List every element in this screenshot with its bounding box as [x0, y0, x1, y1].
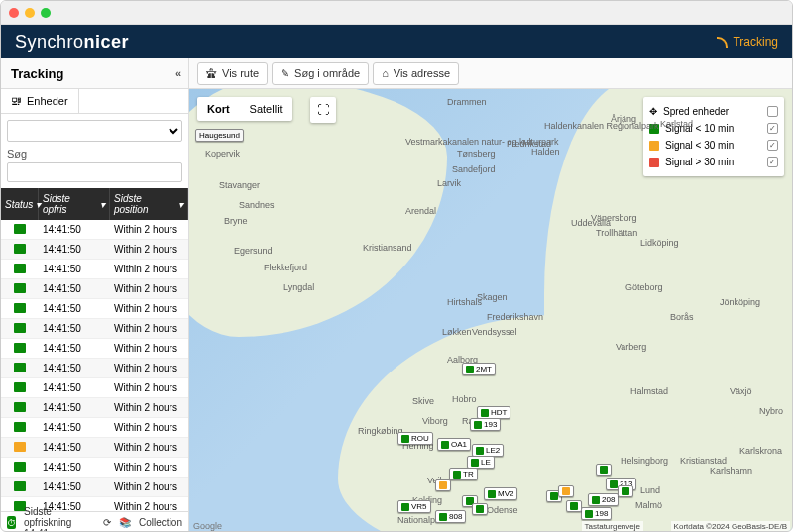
gt30-checkbox[interactable]: ✓ [767, 157, 778, 167]
cell-position: Within 2 hours [110, 418, 188, 437]
sort-icon[interactable]: ▾ [178, 199, 183, 210]
min-dot[interactable] [25, 8, 35, 18]
vehicle-marker[interactable] [558, 485, 574, 497]
cell-time: 14:41:50 [39, 418, 110, 437]
tracking-link[interactable]: Tracking [717, 35, 778, 49]
status-indicator [14, 363, 26, 372]
vehicle-marker[interactable]: 198 [581, 507, 612, 520]
table-row[interactable]: 14:41:50Within 2 hours [1, 260, 188, 279]
max-dot[interactable] [41, 8, 51, 18]
cell-position: Within 2 hours [110, 279, 188, 298]
city-label: Haldenkanalen Regionalpark [544, 121, 659, 131]
status-indicator [14, 402, 26, 412]
cell-time: 14:41:50 [39, 240, 110, 259]
city-label: Kristiansand [363, 243, 412, 253]
city-label: Stavanger [219, 180, 260, 190]
status-indicator [14, 303, 26, 313]
city-label: Trollhättan [596, 228, 637, 238]
refresh-icon[interactable]: ⟳ [103, 517, 111, 528]
edit-icon: ✎ [281, 67, 289, 80]
cell-position: Within 2 hours [110, 378, 188, 397]
city-label: Larvik [437, 178, 461, 188]
vehicle-marker[interactable]: VR5 [397, 500, 431, 513]
table-row[interactable]: 14:41:50Within 2 hours [1, 418, 188, 438]
vis-rute-button[interactable]: 🛣Vis rute [197, 62, 268, 85]
marker-status-icon [439, 481, 447, 489]
vehicle-marker[interactable] [472, 503, 488, 515]
table-row[interactable]: 14:41:50Within 2 hours [1, 398, 188, 418]
city-label: Vestmarkakanalen natur- og kulturpark [405, 137, 559, 147]
table-row[interactable]: 14:41:50Within 2 hours [1, 458, 188, 478]
vehicle-marker[interactable]: 208 [588, 493, 619, 506]
vehicle-marker[interactable]: MV2 [484, 487, 517, 500]
tab-enheder[interactable]: 🖳 Enheder [1, 89, 79, 113]
city-label: Tønsberg [457, 149, 496, 159]
vehicle-marker[interactable] [618, 485, 633, 497]
vehicle-marker[interactable] [566, 500, 582, 512]
city-label: Jönköping [720, 297, 760, 307]
vehicle-marker[interactable] [435, 479, 451, 491]
table-body[interactable]: 14:41:50Within 2 hours14:41:50Within 2 h… [1, 220, 188, 511]
lt30-checkbox[interactable]: ✓ [767, 140, 778, 151]
marker-status-icon [550, 492, 558, 500]
lt10-checkbox[interactable]: ✓ [767, 123, 778, 134]
page-title: Tracking [11, 66, 63, 81]
cell-time: 14:41:50 [39, 260, 110, 278]
vehicle-marker[interactable]: 2MT [462, 363, 496, 375]
device-icon: 🖳 [11, 95, 22, 107]
cell-position: Within 2 hours [110, 260, 188, 278]
vehicle-marker[interactable]: 193 [470, 418, 501, 431]
keyboard-shortcuts[interactable]: Tastaturgenveje [582, 521, 643, 532]
city-label: Halden [531, 147, 560, 157]
table-row[interactable]: 14:41:50Within 2 hours [1, 299, 188, 319]
spread-checkbox[interactable] [767, 106, 778, 117]
status-indicator [14, 224, 26, 234]
cell-time: 14:41:50 [39, 378, 110, 397]
marker-status-icon [466, 366, 474, 373]
map-type-kort[interactable]: Kort [197, 97, 240, 121]
google-logo: Google [193, 521, 222, 531]
sort-icon[interactable]: ▾ [100, 199, 105, 210]
sog-i-omrade-button[interactable]: ✎Søg i område [272, 62, 369, 85]
close-dot[interactable] [9, 8, 19, 18]
city-label: Växjö [730, 386, 752, 396]
city-label: Viborg [422, 416, 448, 426]
vehicle-marker[interactable]: OA1 [437, 438, 471, 451]
table-row[interactable]: 14:41:50Within 2 hours [1, 339, 188, 359]
collection-label[interactable]: Collection [139, 517, 182, 528]
status-indicator [14, 442, 26, 452]
fullscreen-button[interactable]: ⛶ [310, 97, 336, 123]
table-row[interactable]: 14:41:50Within 2 hours [1, 220, 188, 240]
city-label: Malmö [635, 500, 662, 510]
map-type-satellit[interactable]: Satellit [240, 97, 292, 121]
vis-adresse-button[interactable]: ⌂Vis adresse [373, 62, 459, 85]
vehicle-marker[interactable]: 808 [435, 510, 466, 523]
table-row[interactable]: 14:41:50Within 2 hours [1, 240, 188, 260]
home-icon: ⌂ [382, 67, 389, 79]
status-indicator [14, 462, 26, 472]
vehicle-marker[interactable]: ROU [397, 432, 433, 445]
marker-status-icon [600, 466, 608, 474]
city-label: Lyngdal [283, 282, 314, 292]
table-row[interactable]: 14:41:50Within 2 hours [1, 279, 188, 299]
city-label: Sandnes [239, 200, 275, 210]
unit-select[interactable] [7, 120, 182, 142]
city-label: Egersund [234, 246, 273, 256]
table-row[interactable]: 14:41:50Within 2 hours [1, 438, 188, 458]
vehicle-marker[interactable] [596, 464, 612, 476]
map[interactable]: Kort Satellit ⛶ Haugesund ✥Spred enheder… [189, 89, 792, 532]
collapse-sidebar-icon[interactable]: « [175, 67, 178, 79]
table-row[interactable]: 14:41:50Within 2 hours [1, 359, 188, 378]
city-label: Skive [412, 396, 434, 406]
vehicle-marker[interactable]: TR [449, 468, 478, 480]
marker-status-icon [401, 435, 409, 443]
table-row[interactable]: 14:41:50Within 2 hours [1, 478, 188, 497]
table-row[interactable]: 14:41:50Within 2 hours [1, 378, 188, 398]
table-row[interactable]: 14:41:50Within 2 hours [1, 319, 188, 339]
toolbar: Tracking « 🛣Vis rute ✎Søg i område ⌂Vis … [1, 58, 792, 89]
search-input[interactable] [7, 162, 182, 182]
collection-icon: 📚 [119, 517, 131, 528]
cell-position: Within 2 hours [110, 398, 188, 417]
city-label: Ringkøbing [358, 426, 403, 436]
marker-status-icon [471, 459, 479, 467]
